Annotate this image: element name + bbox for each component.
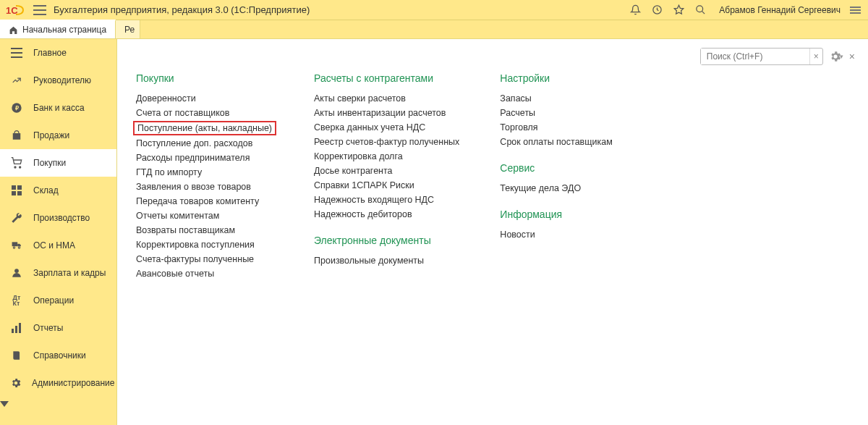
search-box: ×: [700, 48, 823, 65]
menu-link[interactable]: Текущие дела ЭДО: [500, 181, 637, 195]
column-purchases: Покупки ДоверенностиСчета от поставщиков…: [136, 72, 273, 281]
menu-link[interactable]: Поступление доп. расходов: [136, 136, 273, 151]
menu-link[interactable]: Торговля: [500, 120, 637, 135]
user-menu[interactable]: Абрамов Геннадий Сергеевич: [719, 5, 841, 15]
tab-label: Ре: [124, 25, 135, 35]
sidebar-item-label: Главное: [33, 48, 67, 58]
sidebar-item-wrench[interactable]: Производство: [0, 204, 116, 232]
ruble-icon: ₽: [10, 101, 23, 114]
section-heading-info: Информация: [500, 209, 637, 220]
sidebar-more[interactable]: [0, 397, 116, 411]
menu-link[interactable]: Доверенности: [136, 91, 273, 106]
menu-link[interactable]: Расходы предпринимателя: [136, 151, 273, 165]
sidebar-item-chart[interactable]: Руководителю: [0, 67, 116, 94]
sidebar-item-ruble[interactable]: ₽Банк и касса: [0, 94, 116, 122]
sidebar-item-truck[interactable]: ОС и НМА: [0, 232, 116, 259]
svg-marker-2: [674, 5, 684, 14]
sidebar-item-label: Покупки: [33, 158, 66, 168]
svg-rect-17: [12, 191, 16, 195]
svg-point-20: [18, 247, 20, 248]
tab-bar: Начальная страница Ре: [0, 20, 868, 39]
menu-link[interactable]: Акты сверки расчетов: [314, 91, 459, 106]
chart-icon: [10, 74, 23, 87]
history-icon[interactable]: [650, 3, 664, 17]
section-heading-settings: Настройки: [500, 72, 637, 84]
svg-point-19: [13, 247, 14, 248]
tab-secondary[interactable]: Ре: [116, 20, 140, 38]
title-bar: 1C Бухгалтерия предприятия, редакция 3.0…: [0, 0, 868, 20]
grid-icon: [10, 184, 23, 197]
sidebar-item-grid[interactable]: Склад: [0, 177, 116, 204]
menu-link[interactable]: Сверка данных учета НДС: [314, 120, 459, 135]
user-name: Абрамов Геннадий Сергеевич: [719, 5, 841, 15]
menu-link[interactable]: Заявления о ввозе товаров: [136, 180, 273, 194]
search-input[interactable]: [701, 49, 809, 64]
svg-rect-6: [850, 9, 861, 11]
search-top-icon[interactable]: [693, 3, 707, 17]
menu-link[interactable]: Акты инвентаризации расчетов: [314, 106, 459, 120]
close-panel-button[interactable]: ×: [849, 51, 855, 62]
column-settings: Настройки ЗапасыРасчетыТорговляСрок опла…: [500, 72, 637, 281]
svg-rect-24: [19, 323, 21, 333]
window-menu-icon[interactable]: [848, 3, 862, 17]
menu-link[interactable]: Надежность дебиторов: [314, 207, 459, 222]
sidebar-item-menu[interactable]: Главное: [0, 39, 116, 67]
sidebar-item-bag[interactable]: Продажи: [0, 122, 116, 149]
menu-link[interactable]: Запасы: [500, 91, 637, 106]
person-icon: [10, 266, 23, 279]
cart-icon: [10, 156, 23, 169]
sidebar-item-label: Склад: [33, 185, 59, 195]
menu-link[interactable]: Корректировка долга: [314, 149, 459, 164]
menu-link[interactable]: Корректировка поступления: [136, 237, 273, 252]
sidebar-item-gear[interactable]: Администрирование: [0, 369, 116, 397]
menu-link[interactable]: Справки 1СПАРК Риски: [314, 178, 459, 193]
sidebar-item-label: Зарплата и кадры: [33, 268, 106, 278]
menu-link[interactable]: Надежность входящего НДС: [314, 193, 459, 207]
menu-link[interactable]: Расчеты: [500, 106, 637, 120]
menu-link[interactable]: Счета-фактуры полученные: [136, 252, 273, 266]
svg-point-13: [14, 167, 16, 168]
bell-icon[interactable]: [628, 3, 642, 17]
section-heading-purchases: Покупки: [136, 72, 273, 84]
sidebar-item-person[interactable]: Зарплата и кадры: [0, 259, 116, 287]
menu-icon: [10, 46, 23, 59]
section-columns: Покупки ДоверенностиСчета от поставщиков…: [136, 72, 849, 281]
wrench-icon: [10, 211, 23, 224]
search-clear-button[interactable]: ×: [809, 49, 822, 64]
sidebar-item-label: Банк и касса: [33, 103, 85, 113]
main-panel: × ▾ × Покупки ДоверенностиСчета от поста…: [117, 39, 868, 425]
menu-link[interactable]: Авансовые отчеты: [136, 266, 273, 281]
sidebar-item-book[interactable]: Справочники: [0, 342, 116, 369]
sidebar-item-dtkt[interactable]: ДтКтОперации: [0, 287, 116, 314]
menu-link[interactable]: Отчеты комитентам: [136, 209, 273, 223]
menu-link[interactable]: Досье контрагента: [314, 164, 459, 178]
sidebar-item-label: Администрирование: [32, 378, 114, 388]
svg-rect-23: [15, 326, 17, 333]
sidebar-item-cart[interactable]: Покупки: [0, 149, 116, 177]
menu-link[interactable]: Возвраты поставщикам: [136, 223, 273, 237]
svg-rect-10: [11, 56, 22, 58]
menu-link[interactable]: Произвольные документы: [314, 253, 459, 268]
menu-link[interactable]: Новости: [500, 227, 637, 242]
settings-icon[interactable]: ▾: [829, 50, 843, 63]
menu-link[interactable]: Передача товаров комитенту: [136, 194, 273, 209]
main-menu-icon[interactable]: [33, 5, 46, 15]
tab-home[interactable]: Начальная страница: [0, 20, 116, 38]
svg-rect-18: [17, 191, 22, 195]
section-heading-settlements: Расчеты с контрагентами: [314, 72, 459, 84]
menu-link[interactable]: ГТД по импорту: [136, 165, 273, 180]
menu-link[interactable]: Реестр счетов-фактур полученных: [314, 135, 459, 149]
panel-toolbar: × ▾ ×: [700, 48, 855, 65]
menu-link[interactable]: Счета от поставщиков: [136, 106, 273, 120]
app-title: Бухгалтерия предприятия, редакция 3.0 (1…: [54, 4, 310, 15]
column-settlements: Расчеты с контрагентами Акты сверки расч…: [314, 72, 459, 281]
bars-icon: [10, 321, 23, 334]
svg-point-3: [697, 6, 703, 12]
svg-rect-22: [12, 329, 14, 333]
menu-link[interactable]: Поступление (акты, накладные): [133, 121, 276, 135]
menu-link[interactable]: Срок оплаты поставщикам: [500, 135, 637, 149]
star-icon[interactable]: [671, 3, 686, 17]
sidebar-item-bars[interactable]: Отчеты: [0, 314, 116, 342]
svg-rect-9: [11, 52, 22, 54]
tab-label: Начальная страница: [22, 25, 106, 35]
